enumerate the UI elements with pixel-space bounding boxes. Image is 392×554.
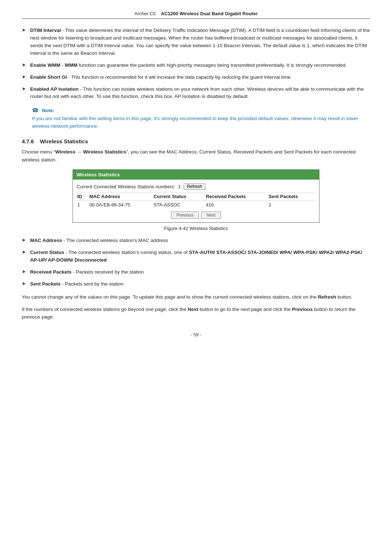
bullet-shortgi-text: Enable Short GI - This function is recom… xyxy=(30,74,292,81)
cell-mac: 00-0A-EB-88-34-75 xyxy=(89,201,153,209)
intro-paragraph: Choose menu “Wireless → Wireless Statist… xyxy=(22,148,370,164)
bullet-dtim: ➤ DTIM Interval - This value determines … xyxy=(22,27,370,57)
arrow-icon: ➤ xyxy=(22,237,26,243)
arrow-icon: ➤ xyxy=(22,27,26,33)
next-ref: Next xyxy=(188,307,198,312)
bullet-wmm-text: Enable WMM - WMM function can guarantee … xyxy=(30,62,347,69)
bullet-apisol: ➤ Enabled AP Isolation - This function c… xyxy=(22,86,370,101)
bullet-apisol-text: Enabled AP Isolation - This function can… xyxy=(30,86,370,101)
bullet-recv: ➤ Received Packets - Packets received by… xyxy=(22,268,370,276)
bottom-para-2: If the numbers of connected wireless sta… xyxy=(22,305,370,321)
top-bullets: ➤ DTIM Interval - This value determines … xyxy=(22,27,370,100)
status-label: Current Status xyxy=(30,250,64,255)
col-mac: MAC Address xyxy=(89,193,153,201)
bullet-wmm: ➤ Enable WMM - WMM function can guarante… xyxy=(22,62,370,69)
note-phone-icon: ☎ xyxy=(32,107,39,114)
cell-id: 1 xyxy=(77,201,89,209)
col-sent: Sent Packets xyxy=(268,193,315,201)
arrow-icon: ➤ xyxy=(22,269,26,274)
stats-data-table: ID MAC Address Current Status Received P… xyxy=(77,193,315,209)
bullet-recv-text: Received Packets - Packets received by t… xyxy=(30,268,144,276)
section-heading: 4.7.6 Wireless Statistics xyxy=(22,138,370,144)
shortgi-label: Enable Short GI xyxy=(30,74,67,80)
arrow-icon: ➤ xyxy=(22,74,26,79)
arrow-icon: ➤ xyxy=(22,249,26,255)
wmm-label2: WMM xyxy=(65,62,77,68)
arrow-icon: ➤ xyxy=(22,62,26,67)
bullet-mac: ➤ MAC Address - The connected wireless s… xyxy=(22,237,370,245)
count-value: 1 xyxy=(178,184,181,189)
cell-sent: 2 xyxy=(268,201,315,209)
wireless-stats-widget: Wireless Statistics Current Connected Wi… xyxy=(73,169,319,223)
refresh-button[interactable]: Refresh xyxy=(184,183,205,190)
note-title-row: ☎ Note: xyxy=(32,107,370,114)
col-recv: Received Packets xyxy=(205,193,268,201)
bullet-shortgi: ➤ Enable Short GI - This function is rec… xyxy=(22,74,370,81)
section-title: Wireless Statistics xyxy=(40,138,88,144)
status-values: STA-AUTH/ STA-ASSOC/ STA-JOINED/ WPA/ WP… xyxy=(30,250,362,263)
apisol-label: Enabled AP Isolation xyxy=(30,86,79,92)
bullet-dtim-text: DTIM Interval - This value determines th… xyxy=(30,27,370,57)
refresh-ref: Refresh xyxy=(318,294,336,300)
arrow-icon: ➤ xyxy=(22,86,26,91)
sent-label: Sent Packets xyxy=(30,281,61,287)
note-text: If you are not familiar with the setting… xyxy=(32,115,370,130)
note-title-text: Note: xyxy=(42,108,55,113)
figure-caption: Figure 4-42 Wireless Statistics xyxy=(22,226,370,231)
count-row: Current Connected Wireless Stations numb… xyxy=(77,183,315,190)
note-box: ☎ Note: If you are not familiar with the… xyxy=(32,107,370,130)
page-header: Archer C5 AC1200 Wireless Dual Band Giga… xyxy=(22,11,370,19)
previous-button[interactable]: Previous xyxy=(171,212,199,219)
widget-header: Wireless Statistics xyxy=(73,170,319,180)
wmm-label: Enable WMM xyxy=(30,62,60,68)
mac-label: MAC Address xyxy=(30,238,62,243)
bullet-mac-text: MAC Address - The connected wireless sta… xyxy=(30,237,168,245)
bullet-sent: ➤ Sent Packets - Packets sent by the sta… xyxy=(22,280,370,288)
section-number: 4.7.6 xyxy=(22,138,34,144)
bullet-status-text: Current Status - The connected wireless … xyxy=(30,249,370,264)
brand-light: Archer C5 xyxy=(134,11,156,16)
recv-label: Received Packets xyxy=(30,269,72,275)
widget-body: Current Connected Wireless Stations numb… xyxy=(73,180,319,222)
cell-recv: 416 xyxy=(205,201,268,209)
bullet-sent-text: Sent Packets - Packets sent by the stati… xyxy=(30,280,123,288)
previous-ref: Previous xyxy=(292,307,313,312)
menu-wireless-stats: Wireless Statistics xyxy=(83,149,126,155)
nav-row: Previous Next xyxy=(77,209,315,221)
lower-bullets: ➤ MAC Address - The connected wireless s… xyxy=(22,237,370,288)
table-header-row: ID MAC Address Current Status Received P… xyxy=(77,193,315,201)
menu-wireless: Wireless xyxy=(55,149,75,155)
dtim-label: DTIM Interval xyxy=(30,28,61,33)
cell-status: STA-ASSOC xyxy=(153,201,205,209)
arrow-icon: ➤ xyxy=(22,281,26,286)
bullet-current-status: ➤ Current Status - The connected wireles… xyxy=(22,249,370,264)
col-status: Current Status xyxy=(153,193,205,201)
product-bold: AC1200 Wireless Dual Band Gigabit Router xyxy=(161,11,257,16)
page-number: - 59 - xyxy=(22,332,370,337)
count-label: Current Connected Wireless Stations numb… xyxy=(77,184,175,189)
bottom-para-1: You cannot change any of the values on t… xyxy=(22,293,370,301)
next-button[interactable]: Next xyxy=(201,212,221,219)
table-row: 1 00-0A-EB-88-34-75 STA-ASSOC 416 2 xyxy=(77,201,315,209)
col-id: ID xyxy=(77,193,89,201)
